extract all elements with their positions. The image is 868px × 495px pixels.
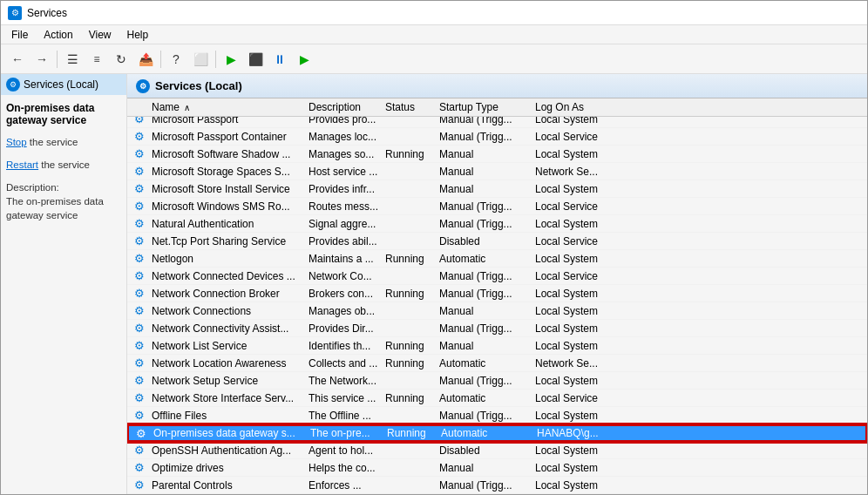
- gear-icon: ⚙: [134, 182, 145, 195]
- service-name: Microsoft Storage Spaces S...: [148, 166, 305, 178]
- service-desc: Helps the co...: [305, 462, 382, 474]
- table-row[interactable]: ⚙ Network Location Awareness Collects an…: [127, 355, 867, 372]
- table-row[interactable]: ⚙ Network Store Interface Serv... This s…: [127, 390, 867, 407]
- table-row[interactable]: ⚙ Microsoft Storage Spaces S... Host ser…: [127, 163, 867, 180]
- service-startup: Manual (Trigg...: [436, 117, 532, 125]
- gear-icon: ⚙: [134, 409, 145, 422]
- service-startup: Manual: [436, 148, 532, 160]
- gear-icon: ⚙: [134, 356, 145, 370]
- show-hide-button[interactable]: ☰: [61, 48, 84, 71]
- service-logon: HANABQ\g...: [533, 427, 620, 439]
- menu-help[interactable]: Help: [120, 27, 156, 42]
- right-panel-title: Services (Local): [155, 79, 242, 92]
- header-startup-col[interactable]: Startup Type: [436, 101, 532, 113]
- service-desc: The Offline ...: [305, 410, 382, 422]
- table-row[interactable]: ⚙ Network Connected Devices ... Network …: [127, 268, 867, 285]
- menu-file[interactable]: File: [4, 27, 35, 42]
- menu-view[interactable]: View: [82, 27, 119, 42]
- service-startup: Manual (Trigg...: [436, 131, 532, 143]
- service-logon: Local System: [532, 218, 619, 230]
- stop-service-link[interactable]: Stop: [6, 137, 27, 147]
- pause-service-button[interactable]: ⏸: [268, 48, 291, 71]
- header-icon-col: [127, 101, 148, 113]
- table-row[interactable]: ⚙ Network Connections Manages ob... Manu…: [127, 302, 867, 320]
- restart-service-link[interactable]: Restart: [6, 159, 38, 170]
- help-button[interactable]: ?: [165, 48, 187, 71]
- start-service-button[interactable]: ▶: [220, 48, 242, 71]
- table-row[interactable]: ⚙ Microsoft Windows SMS Ro... Routes mes…: [127, 198, 867, 215]
- description-text: The on-premises data gateway service: [6, 196, 104, 220]
- service-status: Running: [382, 253, 436, 265]
- service-desc: Enforces ...: [305, 479, 382, 492]
- service-startup: Manual: [436, 183, 532, 195]
- row-icon-col: ⚙: [127, 391, 148, 404]
- header-startup-label: Startup Type: [439, 101, 498, 113]
- header-status-label: Status: [385, 101, 415, 113]
- right-panel: ⚙ Services (Local) Name ∧ Description St…: [127, 74, 867, 494]
- service-logon: Local System: [532, 479, 619, 492]
- gear-icon: ⚙: [134, 147, 145, 160]
- service-startup: Manual: [436, 305, 532, 317]
- service-startup: Automatic: [436, 392, 532, 404]
- service-name: Offline Files: [148, 410, 305, 422]
- service-startup: Manual: [436, 340, 532, 352]
- table-row[interactable]: ⚙ Microsoft Passport Provides pro... Man…: [127, 117, 867, 128]
- stop-service-button[interactable]: ⬛: [244, 48, 267, 71]
- table-row[interactable]: ⚙ Natural Authentication Signal aggre...…: [127, 215, 867, 233]
- table-row[interactable]: ⚙ Microsoft Store Install Service Provid…: [127, 180, 867, 198]
- restart-link-container: Restart the service: [6, 158, 121, 172]
- service-logon: Network Se...: [532, 357, 619, 370]
- table-row[interactable]: ⚙ Optimize drives Helps the co... Manual…: [127, 459, 867, 477]
- row-icon-col: ⚙: [127, 165, 148, 178]
- row-icon-col: ⚙: [127, 200, 148, 213]
- table-row[interactable]: ⚙ On-premises data gateway s... The on-p…: [127, 424, 867, 442]
- table-body[interactable]: ⚙ Microsoft Passport Provides pro... Man…: [127, 117, 867, 494]
- service-logon: Local System: [532, 253, 619, 265]
- table-row[interactable]: ⚙ Netlogon Maintains a ... Running Autom…: [127, 250, 867, 268]
- service-logon: Local System: [532, 322, 619, 335]
- left-panel-title: Services (Local): [24, 78, 98, 91]
- table-row[interactable]: ⚙ Network Connection Broker Brokers con.…: [127, 285, 867, 302]
- header-status-col[interactable]: Status: [382, 101, 436, 113]
- row-icon-col: ⚙: [127, 287, 148, 300]
- gear-icon: ⚙: [134, 391, 145, 404]
- row-icon-col: ⚙: [127, 478, 148, 492]
- row-icon-col: ⚙: [127, 269, 148, 282]
- gear-icon: ⚙: [134, 217, 145, 230]
- table-row[interactable]: ⚙ Microsoft Passport Container Manages l…: [127, 128, 867, 146]
- restart-service-button[interactable]: ▶: [293, 48, 315, 71]
- table-row[interactable]: ⚙ Network Setup Service The Network... M…: [127, 372, 867, 390]
- gear-icon: ⚙: [134, 117, 145, 125]
- service-logon: Network Se...: [532, 166, 619, 178]
- service-logon: Local System: [532, 305, 619, 317]
- refresh-button[interactable]: ↻: [110, 48, 132, 71]
- list-view-button[interactable]: ≡: [85, 48, 108, 71]
- table-row[interactable]: ⚙ Offline Files The Offline ... Manual (…: [127, 407, 867, 424]
- table-row[interactable]: ⚙ Net.Tcp Port Sharing Service Provides …: [127, 233, 867, 250]
- service-name: Microsoft Software Shadow ...: [148, 148, 305, 160]
- table-row[interactable]: ⚙ Parental Controls Enforces ... Manual …: [127, 477, 867, 494]
- gear-icon: ⚙: [134, 130, 145, 143]
- table-row[interactable]: ⚙ Network List Service Identifies th... …: [127, 337, 867, 355]
- left-panel-icon: ⚙: [6, 78, 20, 92]
- gear-icon: ⚙: [134, 234, 145, 248]
- header-desc-col[interactable]: Description: [305, 101, 382, 113]
- service-startup: Automatic: [437, 427, 533, 439]
- table-row[interactable]: ⚙ Microsoft Software Shadow ... Manages …: [127, 146, 867, 163]
- gear-icon: ⚙: [134, 200, 145, 213]
- gear-icon: ⚙: [134, 444, 145, 457]
- forward-button[interactable]: →: [31, 48, 53, 71]
- export-button[interactable]: 📤: [134, 48, 157, 71]
- table-row[interactable]: ⚙ Network Connectivity Assist... Provide…: [127, 320, 867, 337]
- gear-icon: ⚙: [134, 374, 145, 387]
- left-panel: ⚙ Services (Local) On-premises data gate…: [1, 74, 127, 494]
- menu-action[interactable]: Action: [37, 27, 79, 42]
- table-row[interactable]: ⚙ OpenSSH Authentication Ag... Agent to …: [127, 442, 867, 459]
- header-logon-col[interactable]: Log On As: [532, 101, 619, 113]
- row-icon-col: ⚙: [127, 234, 148, 248]
- back-button[interactable]: ←: [6, 48, 29, 71]
- properties-button[interactable]: ⬜: [189, 48, 212, 71]
- header-name-col[interactable]: Name ∧: [148, 101, 305, 113]
- description-container: Description: The on-premises data gatewa…: [6, 180, 121, 222]
- service-logon: Local Service: [532, 392, 619, 404]
